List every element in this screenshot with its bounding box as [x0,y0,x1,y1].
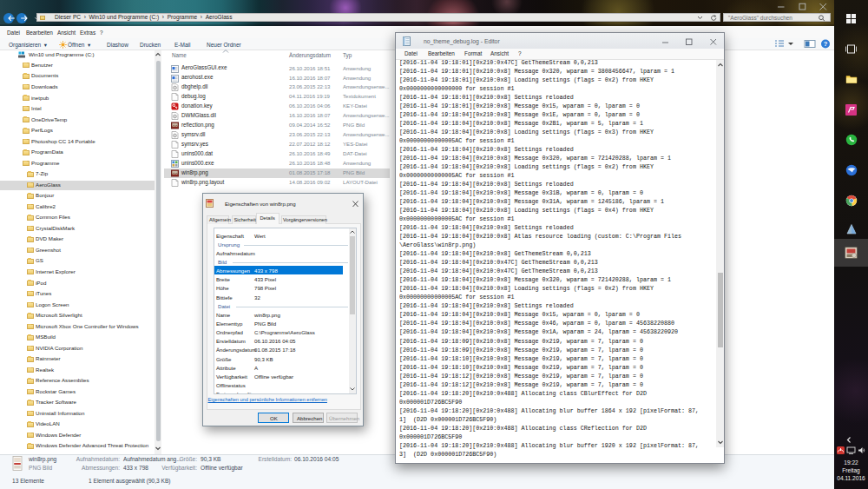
svg-text:?: ? [824,40,828,48]
